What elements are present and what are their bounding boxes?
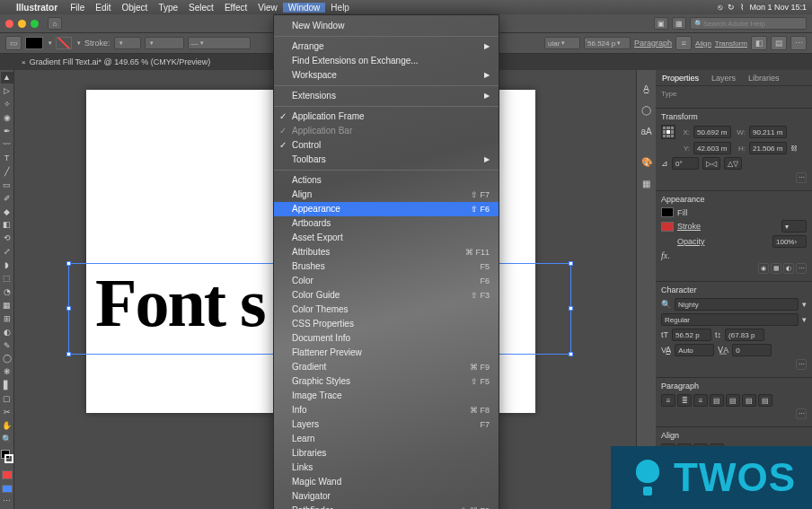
- arrange-docs-button[interactable]: ▦: [672, 17, 686, 30]
- free-transform-tool[interactable]: ⬚: [1, 273, 13, 285]
- tab-properties[interactable]: Properties: [656, 70, 705, 85]
- x-field[interactable]: 50.692 m: [693, 126, 731, 138]
- close-tab-icon[interactable]: ×: [22, 58, 26, 66]
- zoom-tool[interactable]: 🔍: [1, 433, 13, 444]
- mi-learn[interactable]: Learn: [274, 432, 499, 446]
- mi-app-frame[interactable]: ✓Application Frame: [274, 110, 499, 124]
- align-right-button[interactable]: ≡: [693, 394, 708, 407]
- mi-image-trace[interactable]: Image Trace: [274, 389, 499, 403]
- mi-align[interactable]: Align⇧ F7: [274, 188, 499, 202]
- mi-navigator[interactable]: Navigator: [274, 489, 499, 504]
- font-style-dd[interactable]: ular▾: [544, 37, 580, 49]
- type-tool[interactable]: T: [1, 152, 13, 163]
- mi-asset-export[interactable]: Asset Export: [274, 231, 499, 245]
- opacity-field[interactable]: 100% ›: [772, 235, 807, 248]
- home-button[interactable]: ⌂: [48, 17, 62, 30]
- align-panel-button[interactable]: ≡: [675, 36, 692, 50]
- zoom-dd[interactable]: ᷾ 56.524 p▾: [584, 37, 631, 49]
- mi-find-ext[interactable]: Find Extensions on Exchange...: [274, 54, 499, 68]
- mi-libraries[interactable]: Libraries: [274, 446, 499, 461]
- rectangle-tool[interactable]: ▭: [1, 179, 13, 190]
- curvature-tool[interactable]: 〰: [1, 139, 13, 151]
- clock[interactable]: Mon 1 Nov 15:1: [749, 3, 807, 12]
- justify-right-button[interactable]: ▤: [742, 394, 756, 407]
- appearance-opt-3[interactable]: ◐: [783, 263, 794, 274]
- menu-effect[interactable]: Effect: [219, 3, 252, 13]
- artboard-tool[interactable]: ▢: [1, 393, 13, 405]
- shape-builder-tool[interactable]: ◔: [1, 286, 13, 298]
- fill-dd-icon[interactable]: ▾: [49, 39, 52, 47]
- width-tool[interactable]: ◗: [1, 259, 13, 271]
- menu-object[interactable]: Object: [116, 3, 153, 13]
- tracking-field[interactable]: 0: [732, 344, 772, 356]
- perspective-tool[interactable]: ▦: [1, 299, 13, 311]
- align-label[interactable]: Align: [695, 39, 711, 48]
- mi-info[interactable]: Info⌘ F8: [274, 403, 499, 417]
- mi-gradient[interactable]: Gradient⌘ F9: [274, 360, 499, 374]
- kerning-field[interactable]: Auto: [675, 344, 714, 356]
- color-mode-icon[interactable]: [2, 470, 13, 478]
- search-help[interactable]: 🔍 Search Adobe Help: [690, 17, 807, 30]
- pen-tool[interactable]: ✒: [1, 126, 13, 137]
- mi-new-window[interactable]: New Window: [274, 19, 499, 33]
- menu-help[interactable]: Help: [325, 3, 355, 13]
- wifi-icon[interactable]: ⌇: [740, 3, 744, 12]
- scale-tool[interactable]: ⤢: [1, 246, 13, 258]
- screen-mode-icon[interactable]: [2, 485, 13, 493]
- slice-tool[interactable]: ✂: [1, 407, 13, 418]
- fill-swatch[interactable]: [25, 37, 43, 49]
- mi-color-guide[interactable]: Color Guide⇧ F3: [274, 288, 499, 303]
- style-def[interactable]: —▾: [188, 37, 251, 49]
- flip-v-button[interactable]: △▽: [724, 157, 742, 170]
- mi-arrange[interactable]: Arrange▶: [274, 39, 499, 54]
- leading-field[interactable]: (67.83 p: [725, 329, 764, 341]
- document-tab[interactable]: × Gradient Fill Text.ai* @ 149.65 % (CMY…: [14, 57, 217, 66]
- menu-select[interactable]: Select: [183, 3, 219, 13]
- transform-label[interactable]: Transform: [715, 39, 747, 48]
- stroke-weight[interactable]: ▾: [114, 37, 141, 49]
- close-window-button[interactable]: [5, 20, 13, 28]
- fill-stroke-control[interactable]: [1, 450, 13, 463]
- magic-wand-tool[interactable]: ✧: [1, 99, 13, 110]
- menu-view[interactable]: View: [252, 3, 283, 13]
- maximize-window-button[interactable]: [31, 20, 39, 28]
- mi-appearance[interactable]: Appearance⇧ F6: [274, 202, 499, 216]
- panel-menu-icon[interactable]: ⋯: [790, 36, 807, 50]
- app-name[interactable]: Illustrator: [16, 3, 57, 13]
- menu-window[interactable]: Window: [283, 3, 326, 13]
- rotate-tool[interactable]: ⟲: [1, 233, 13, 244]
- mi-flattener[interactable]: Flattener Preview: [274, 346, 499, 360]
- minimize-window-button[interactable]: [18, 20, 26, 28]
- swatches-panel-icon[interactable]: ▦: [640, 176, 654, 190]
- mi-workspace[interactable]: Workspace▶: [274, 68, 499, 83]
- mi-color[interactable]: ColorF6: [274, 274, 499, 288]
- character-panel-icon[interactable]: A̲: [640, 81, 654, 95]
- justify-center-button[interactable]: ▤: [726, 394, 740, 407]
- mi-links[interactable]: Links: [274, 461, 499, 475]
- extra-icon-2[interactable]: ▤: [771, 36, 787, 50]
- line-tool[interactable]: ╱: [1, 165, 13, 177]
- mi-control[interactable]: ✓Control: [274, 138, 499, 153]
- justify-left-button[interactable]: ▤: [710, 394, 724, 407]
- appearance-more[interactable]: ⋯: [796, 263, 807, 274]
- no-stroke-swatch[interactable]: [56, 37, 72, 49]
- stroke-dd-icon[interactable]: ▾: [77, 39, 81, 47]
- fill-color[interactable]: [661, 207, 674, 217]
- glyphs-panel-icon[interactable]: aA: [640, 124, 654, 138]
- mi-extensions[interactable]: Extensions▶: [274, 89, 499, 103]
- share-button[interactable]: ▣: [654, 17, 668, 30]
- menu-file[interactable]: File: [65, 3, 90, 13]
- gradient-tool[interactable]: ◐: [1, 326, 13, 338]
- stroke-color[interactable]: [661, 222, 674, 232]
- mi-css-props[interactable]: CSS Properties: [274, 317, 499, 331]
- mi-graphic-styles[interactable]: Graphic Styles⇧ F5: [274, 374, 499, 389]
- y-field[interactable]: 42.603 m: [693, 142, 731, 154]
- font-family-field[interactable]: Nighty: [675, 298, 799, 311]
- appearance-opt-2[interactable]: ▦: [771, 263, 781, 274]
- mi-doc-info[interactable]: Document Info: [274, 331, 499, 346]
- fx-button[interactable]: fx.: [661, 250, 670, 260]
- mi-artboards[interactable]: Artboards: [274, 216, 499, 231]
- mi-magic-wand[interactable]: Magic Wand: [274, 475, 499, 489]
- tab-libraries[interactable]: Libraries: [742, 70, 786, 85]
- character-more[interactable]: ⋯: [796, 359, 807, 370]
